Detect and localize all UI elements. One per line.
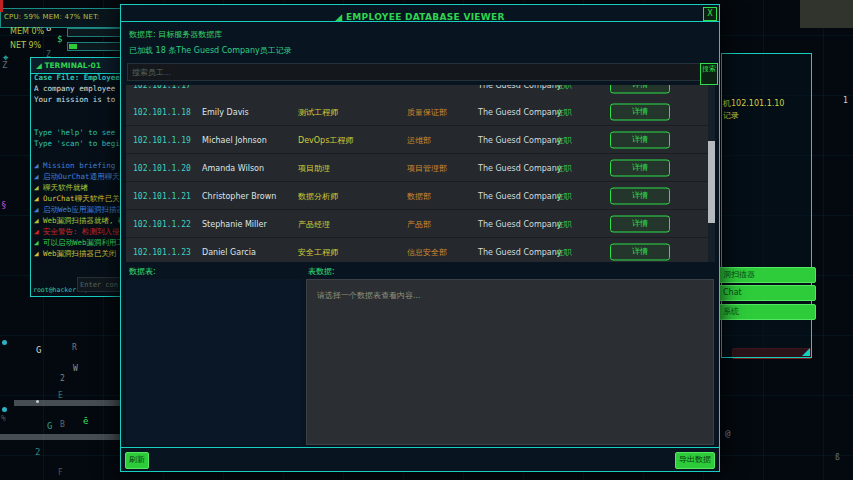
matrix-glyph: ⌖ [3, 52, 9, 64]
table-data-placeholder: 请选择一个数据表查看内容... [317, 290, 421, 301]
detail-button[interactable]: 详情 [610, 215, 670, 232]
terminal-line: Your mission is to investig [34, 94, 121, 105]
system-stats-text: CPU: 59% MEM: 47% NET: ONLINE [4, 13, 99, 28]
table-row: 102.101.1.17The Guesd Company在职详情 [126, 85, 708, 98]
employee-id: 102.101.1.23 [133, 247, 191, 256]
employee-position: 测试工程师 [298, 106, 338, 117]
employee-department: 运维部 [407, 134, 431, 145]
matrix-glyph: § [1, 200, 6, 210]
table-data-box: 请选择一个数据表查看内容... [306, 279, 714, 445]
table-row: 102.101.1.19Michael JohnsonDevOps工程师运维部T… [126, 126, 708, 154]
table-scrollbar[interactable] [708, 85, 715, 262]
load-info-text: 已加载 18 条The Guesd Company员工记录 [129, 45, 292, 56]
terminal-line [34, 149, 121, 160]
employee-status: 在职 [556, 162, 572, 173]
tool-button[interactable]: Chat [718, 285, 816, 301]
panel-corner-accent [802, 348, 810, 356]
employee-name: Michael Johnson [202, 135, 267, 144]
employee-id: 102.101.1.18 [133, 107, 191, 116]
matrix-glyph: B [60, 420, 65, 429]
matrix-glyph: 2 [35, 447, 40, 457]
employee-name: Stephanie Miller [202, 219, 267, 228]
table-row: 102.101.1.21Christopher Brown数据分析师数据部The… [126, 182, 708, 210]
terminal-line: A company employee has [34, 83, 121, 94]
employee-status: 在职 [556, 134, 572, 145]
desktop: 8$FZZ⌖§GRW2EGBē2F%N7UNR@1ß CPU: 59% MEM:… [0, 0, 853, 480]
employee-company: The Guesd Company [478, 247, 561, 256]
matrix-glyph: 2 [60, 374, 65, 383]
detail-button[interactable]: 详情 [610, 243, 670, 260]
terminal-line: ◢ 聊天软件就绪 [34, 182, 121, 193]
terminal-line: ◢ 可以启动Web漏洞利用工 [34, 237, 121, 248]
terminal-line: ◢ 安全警告: 检测到入侵行为 [34, 226, 121, 237]
employee-name: Christopher Brown [202, 191, 276, 200]
background-bar [0, 434, 120, 440]
host-record-text: 记录 [723, 110, 739, 121]
employee-status: 在职 [556, 246, 572, 257]
terminal-line: Type 'help' to see availab [34, 127, 121, 138]
matrix-glyph: 1 [843, 96, 848, 105]
modal-title: ◢ EMPLOYEE DATABASE VIEWER [335, 12, 504, 22]
decor-dot [2, 407, 7, 412]
matrix-glyph: ē [83, 416, 88, 426]
matrix-glyph: @ [725, 428, 730, 438]
employee-department: 数据部 [407, 190, 431, 201]
tool-button[interactable]: 洞扫描器 [718, 267, 816, 283]
table-row: 102.101.1.20Amanda Wilson项目助理项目管理部The Gu… [126, 154, 708, 182]
terminal-line: Type 'scan' to begin netwo [34, 138, 121, 149]
employee-company: The Guesd Company [478, 135, 561, 144]
system-stats-bar: CPU: 59% MEM: 47% NET: ONLINE [0, 8, 123, 28]
terminal-line: ◢ Web漏洞扫描器就绪, 碰 [34, 215, 121, 226]
detail-button[interactable]: 详情 [610, 187, 670, 204]
matrix-glyph: % [1, 414, 6, 423]
terminal-title: ◢ TERMINAL-01 [36, 61, 101, 70]
detail-button[interactable]: 详情 [610, 103, 670, 120]
search-input[interactable] [127, 63, 702, 81]
employee-id: 102.101.1.21 [133, 191, 191, 200]
employee-company: The Guesd Company [478, 219, 561, 228]
modal-titlebar[interactable]: ◢ EMPLOYEE DATABASE VIEWER X [121, 5, 719, 22]
terminal-output: Case File: Employee DataA company employ… [31, 74, 121, 272]
terminal-titlebar[interactable]: ◢ TERMINAL-01 [31, 58, 121, 74]
terminal-line: ◢ 启动OurChat通用聊天软 [34, 171, 121, 182]
background-window-fragment [800, 0, 853, 28]
matrix-glyph: W [73, 364, 78, 373]
terminal-line [34, 105, 121, 116]
table-row: 102.101.1.18Emily Davis测试工程师质量保证部The Gue… [126, 98, 708, 126]
employee-status: 在职 [556, 85, 572, 90]
employee-department: 产品部 [407, 218, 431, 229]
terminal-command-input[interactable] [77, 277, 122, 292]
detail-button[interactable]: 详情 [610, 159, 670, 176]
matrix-glyph: G [47, 421, 52, 431]
employee-company: The Guesd Company [478, 163, 561, 172]
employee-name: Daniel Garcia [202, 247, 256, 256]
terminal-line: ◢ Web漏洞扫描器已关闭 [34, 248, 121, 259]
tables-list[interactable] [126, 279, 302, 445]
matrix-glyph: F [58, 468, 63, 477]
matrix-glyph: ß [835, 453, 840, 462]
scrollbar-thumb[interactable] [708, 141, 715, 223]
tool-button[interactable]: 系统 [718, 304, 816, 320]
employee-database-window: ◢ EMPLOYEE DATABASE VIEWER X 数据库: 目标服务器数… [120, 4, 720, 472]
table-row: 102.101.1.22Stephanie Miller产品经理产品部The G… [126, 210, 708, 238]
employee-id: 102.101.1.20 [133, 163, 191, 172]
employee-position: DevOps工程师 [298, 134, 353, 145]
employee-name: Amanda Wilson [202, 163, 264, 172]
table-data-section-label: 表数据: [308, 266, 335, 277]
detail-button[interactable]: 详情 [610, 85, 670, 93]
refresh-button[interactable]: 刷新 [125, 452, 149, 469]
search-button[interactable]: 搜索 [700, 63, 718, 85]
employee-id: 102.101.1.19 [133, 135, 191, 144]
export-data-button[interactable]: 导出数据 [675, 452, 715, 469]
modal-footer: 刷新 导出数据 [121, 447, 719, 471]
terminal-line: ◢ 启动Web应用漏洞扫描器 [34, 204, 121, 215]
employee-position: 数据分析师 [298, 190, 338, 201]
matrix-glyph: E [58, 391, 63, 400]
net-usage-bar [67, 42, 123, 51]
matrix-glyph: G [36, 345, 41, 355]
terminal-window: ◢ TERMINAL-01 Case File: Employee DataA … [30, 57, 122, 297]
detail-button[interactable]: 详情 [610, 131, 670, 148]
decor-dot [2, 340, 7, 345]
background-bar [14, 400, 120, 406]
close-icon[interactable]: X [703, 7, 717, 21]
